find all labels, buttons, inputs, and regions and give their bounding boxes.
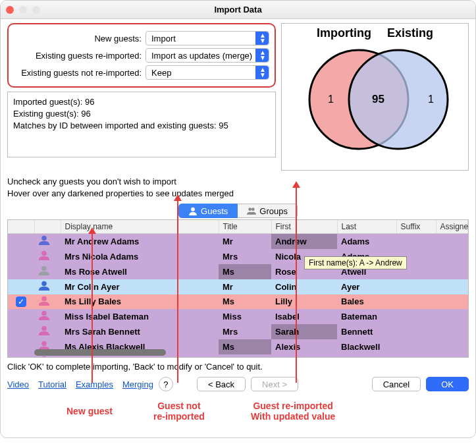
cell-last: Bales xyxy=(337,294,396,309)
annotation-reimported-updated: Guest re-imported With updated value xyxy=(251,401,335,422)
cell-assigned xyxy=(436,354,468,358)
cell-last: Bennett xyxy=(337,324,396,339)
venn-count-overlap: 95 xyxy=(372,93,384,105)
row-checkbox[interactable] xyxy=(16,250,26,261)
row-checkbox[interactable] xyxy=(16,325,26,336)
back-button[interactable]: < Back xyxy=(197,377,246,391)
hint-uncheck: Uncheck any guests you don't wish to imp… xyxy=(7,176,469,188)
chevron-updown-icon: ▲▼ xyxy=(259,50,266,61)
label-new-guests: New guests: xyxy=(14,34,145,43)
cell-suffix xyxy=(396,279,436,294)
label-existing-not-reimported: Existing guests not re-imported: xyxy=(14,68,145,78)
person-icon xyxy=(38,325,50,335)
col-assigned[interactable]: Assigned xyxy=(436,220,468,233)
person-icon xyxy=(38,250,50,260)
cell-first: Michelle xyxy=(271,354,337,358)
cell-title: Mr xyxy=(219,233,271,249)
svg-point-8 xyxy=(41,281,47,287)
venn-label-existing: Existing xyxy=(387,26,433,40)
cell-title: Ms xyxy=(219,339,271,354)
row-checkbox[interactable] xyxy=(16,281,26,291)
row-checkbox[interactable]: ✓ xyxy=(16,296,26,307)
link-merging[interactable]: Merging xyxy=(122,379,153,389)
annotation-new-guest: New guest xyxy=(66,406,113,416)
annotation-arrow xyxy=(92,233,93,383)
stat-existing: Existing guest(s): 96 xyxy=(13,108,270,120)
select-new-guests[interactable]: Import ▲▼ xyxy=(145,31,269,45)
table-row[interactable]: Mr Andrew AdamsMrAndrewAdams xyxy=(8,233,468,249)
cell-title: Ms xyxy=(219,294,271,309)
svg-point-10 xyxy=(41,311,47,316)
cell-last: Blaire xyxy=(337,354,396,358)
stat-matches: Matches by ID between imported and exist… xyxy=(13,120,270,132)
help-button[interactable]: ? xyxy=(159,377,173,391)
row-checkbox[interactable] xyxy=(16,235,26,246)
cell-suffix xyxy=(396,339,436,354)
cell-assigned xyxy=(436,264,468,279)
row-checkbox[interactable] xyxy=(16,341,26,351)
cell-display-name: Ms Lilly Bales xyxy=(61,294,219,309)
cell-suffix xyxy=(396,233,436,249)
cell-title: Ms xyxy=(219,264,271,279)
person-icon xyxy=(188,206,198,215)
next-button: Next > xyxy=(251,377,298,391)
cell-assigned xyxy=(436,294,468,309)
cell-first: Sarah xyxy=(271,324,337,339)
cell-first: Colin xyxy=(271,279,337,294)
select-existing-reimported[interactable]: Import as updates (merge) ▲▼ xyxy=(145,48,269,63)
cell-display-name: Mr Andrew Adams xyxy=(61,233,219,249)
segmented-control: Guests Groups xyxy=(7,204,469,218)
link-examples[interactable]: Examples xyxy=(76,379,113,389)
cell-title: Mrs xyxy=(219,324,271,339)
annotation-not-reimported: Guest not re-imported xyxy=(153,401,205,422)
cell-last: Ayer xyxy=(337,279,396,294)
link-tutorial[interactable]: Tutorial xyxy=(38,379,66,389)
svg-point-2 xyxy=(191,208,195,211)
person-icon xyxy=(38,235,50,245)
cell-display-name: Mrs Nicola Adams xyxy=(61,249,219,264)
link-video[interactable]: Video xyxy=(7,379,29,389)
tab-guests[interactable]: Guests xyxy=(178,204,238,218)
tab-guests-label: Guests xyxy=(201,206,228,216)
table-row[interactable]: Miss Isabel BatemanMissIsabelBateman xyxy=(8,309,468,324)
table-row[interactable]: ✓Ms Lilly BalesMsLillyBales xyxy=(8,294,468,309)
person-icon xyxy=(38,310,50,320)
col-suffix[interactable]: Suffix xyxy=(396,220,436,233)
cell-display-name: Mrs Sarah Bennett xyxy=(61,324,219,339)
cancel-button[interactable]: Cancel xyxy=(372,377,421,391)
select-existing-not-reimported[interactable]: Keep ▲▼ xyxy=(145,65,269,80)
person-icon xyxy=(38,296,50,306)
cell-display-name: Mr Colin Ayer xyxy=(61,279,219,294)
row-checkbox[interactable] xyxy=(16,310,26,321)
table-row[interactable]: Mr Colin AyerMrColinAyer xyxy=(8,279,468,294)
col-title[interactable]: Title xyxy=(219,220,271,233)
completion-hint: Click 'OK' to complete importing, 'Back'… xyxy=(7,362,469,372)
cell-last: Blackwell xyxy=(337,339,396,354)
col-last[interactable]: Last xyxy=(337,220,396,233)
svg-point-11 xyxy=(41,326,47,331)
row-checkbox[interactable] xyxy=(16,356,26,358)
table-row[interactable]: Mrs Sarah BennettMrsSarahBennett xyxy=(8,324,468,339)
bottom-toolbar: Video Tutorial Examples Merging ? < Back… xyxy=(7,377,469,391)
col-display-name[interactable]: Display name xyxy=(61,220,219,233)
horizontal-scrollbar[interactable] xyxy=(34,349,166,356)
row-checkbox[interactable] xyxy=(16,266,26,276)
chevron-updown-icon: ▲▼ xyxy=(259,67,266,78)
annotations: New guest Guest not re-imported Guest re… xyxy=(7,391,469,431)
svg-point-9 xyxy=(41,296,47,301)
annotation-arrow xyxy=(177,200,178,383)
chevron-updown-icon: ▲▼ xyxy=(259,33,266,43)
cell-first: Isabel xyxy=(271,309,337,324)
person-icon xyxy=(38,281,50,291)
venn-diagram: Importing Existing 1 95 1 xyxy=(281,23,469,171)
svg-point-5 xyxy=(41,236,47,241)
merge-tooltip: First name(s): A -> Andrew xyxy=(304,256,407,269)
svg-point-7 xyxy=(41,266,47,271)
titlebar: Import Data xyxy=(1,1,475,19)
tab-groups[interactable]: Groups xyxy=(238,204,298,218)
col-first[interactable]: First xyxy=(271,220,337,233)
person-icon xyxy=(38,356,50,358)
label-existing-reimported: Existing guests re-imported: xyxy=(14,51,145,61)
stat-imported: Imported guest(s): 96 xyxy=(13,96,270,108)
ok-button[interactable]: OK xyxy=(426,377,469,391)
